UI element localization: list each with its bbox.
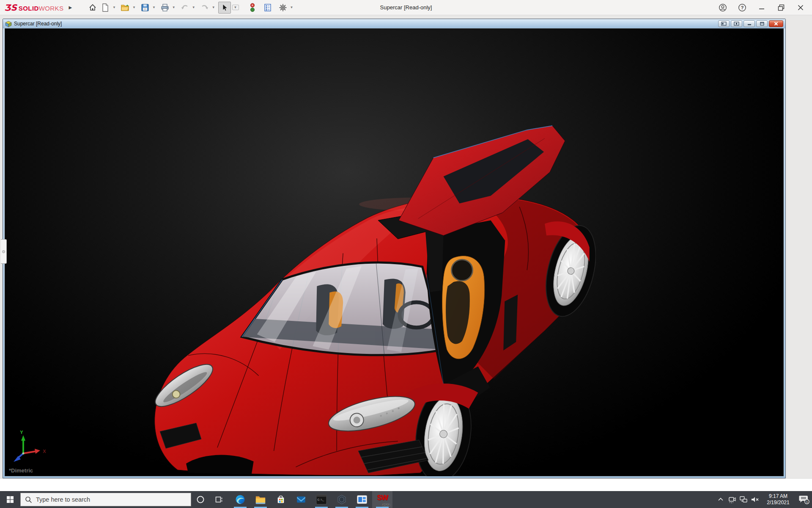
windows-taskbar: C:\_ SW 2021 — [0, 491, 812, 508]
task-view-button[interactable] — [210, 491, 228, 508]
action-center-icon: 1 — [798, 494, 809, 505]
document-close-button[interactable] — [769, 20, 783, 27]
save-floppy-icon — [141, 3, 149, 12]
user-account-icon — [719, 3, 727, 12]
taskbar-app-blue-window[interactable] — [352, 491, 372, 508]
new-document-dropdown[interactable]: ▼ — [112, 6, 116, 9]
brand-name-bold: SOLID — [19, 5, 39, 12]
cortana-icon — [196, 495, 205, 504]
taskbar-clock[interactable]: 9:17 AM 2/19/2021 — [761, 493, 795, 506]
taskbar-app-solidworks[interactable]: SW 2021 — [372, 491, 392, 508]
tab-grip-icon — [2, 250, 5, 253]
status-bar — [0, 478, 812, 491]
task-view-icon — [215, 495, 223, 504]
triad-y-label: Y — [20, 430, 23, 435]
document-close-icon — [774, 22, 779, 26]
save-button[interactable] — [139, 2, 151, 14]
triad-x-label: X — [43, 449, 46, 454]
document-title-bar[interactable]: Supercar [Read-only] — [3, 19, 785, 28]
start-button[interactable] — [0, 491, 20, 508]
windows-logo-icon — [6, 495, 14, 504]
home-icon — [88, 3, 97, 12]
restore-button[interactable] — [776, 2, 787, 13]
taskbar-app-hexagon[interactable] — [332, 491, 352, 508]
open-folder-icon — [121, 3, 130, 12]
select-tool-button[interactable] — [218, 2, 231, 14]
minimize-button[interactable] — [756, 2, 767, 13]
meet-now-camera-icon — [728, 495, 736, 504]
save-dropdown[interactable]: ▼ — [152, 6, 156, 9]
solidworks-app-icon: SW 2021 — [375, 493, 390, 506]
taskbar-app-command-prompt[interactable]: C:\_ — [311, 491, 332, 508]
network-icon — [739, 495, 748, 504]
redo-dropdown[interactable]: ▼ — [212, 6, 215, 9]
document-window: Supercar [Read-only] — [3, 19, 786, 478]
print-dropdown[interactable]: ▼ — [172, 6, 176, 9]
supercar-3d-model[interactable] — [148, 113, 596, 476]
undo-button[interactable] — [178, 2, 191, 14]
meet-now-button[interactable] — [726, 491, 738, 508]
clock-time: 9:17 AM — [761, 493, 795, 500]
chevron-up-icon — [717, 496, 724, 503]
properties-button[interactable] — [261, 2, 274, 14]
file-explorer-icon — [255, 494, 266, 505]
menu-flyout-arrow-icon[interactable]: ▶ — [69, 5, 72, 10]
document-window-controls — [718, 20, 783, 27]
taskbar-app-edge[interactable] — [230, 491, 250, 508]
document-restore-button[interactable] — [756, 20, 768, 27]
taskbar-app-microsoft-store[interactable] — [271, 491, 291, 508]
document-title: Supercar [Read-only] — [14, 21, 62, 27]
graphics-viewport[interactable]: Y X *Dimetric — [5, 28, 784, 476]
action-center-button[interactable]: 1 — [796, 491, 812, 508]
cortana-button[interactable] — [191, 491, 210, 508]
solidworks-icon-year: 2021 — [382, 503, 390, 507]
select-tool-dropdown[interactable]: ▼ — [232, 5, 239, 10]
print-icon — [160, 3, 170, 12]
traffic-light-icon: ✶ — [250, 3, 255, 12]
split-pane-left-button[interactable] — [718, 20, 730, 27]
application-title-bar: ƷS SOLID WORKS ▶ ▼ ▼ — [0, 0, 812, 15]
pane-left-icon — [721, 22, 727, 26]
dassault-logo-icon: ƷS — [4, 3, 17, 13]
open-button[interactable] — [119, 2, 132, 14]
pane-right-icon — [734, 22, 739, 26]
volume-button[interactable] — [749, 491, 760, 508]
mail-icon — [296, 494, 307, 505]
home-button[interactable] — [86, 2, 99, 14]
quick-access-toolbar: ▼ ▼ ▼ ▼ — [86, 2, 296, 14]
select-arrow-icon — [221, 3, 228, 12]
edge-icon — [235, 494, 246, 505]
hexagon-app-icon — [336, 494, 347, 505]
search-input[interactable] — [36, 496, 180, 503]
print-button[interactable] — [159, 2, 171, 14]
open-dropdown[interactable]: ▼ — [132, 6, 136, 9]
options-dropdown[interactable]: ▼ — [290, 6, 294, 9]
feature-manager-collapsed-tab[interactable] — [1, 239, 7, 264]
traffic-light-button[interactable]: ✶ — [246, 2, 259, 14]
close-button[interactable] — [795, 2, 806, 13]
redo-button[interactable] — [198, 2, 211, 14]
microsoft-store-icon — [275, 494, 286, 505]
taskbar-app-mail[interactable] — [291, 491, 311, 508]
taskbar-search[interactable] — [20, 493, 191, 506]
taskbar-app-file-explorer[interactable] — [250, 491, 271, 508]
view-orientation-label: *Dimetric — [9, 467, 33, 474]
options-button[interactable] — [277, 2, 289, 14]
account-button[interactable] — [717, 2, 728, 13]
restore-icon — [778, 4, 785, 11]
notification-badge: 1 — [806, 500, 808, 504]
system-tray: 9:17 AM 2/19/2021 1 — [715, 491, 812, 508]
search-icon — [25, 496, 32, 503]
undo-dropdown[interactable]: ▼ — [192, 6, 195, 9]
new-document-button[interactable] — [99, 2, 112, 14]
document-minimize-button[interactable] — [743, 20, 755, 27]
solidworks-logo: ƷS SOLID WORKS — [4, 3, 63, 13]
tray-overflow-button[interactable] — [715, 491, 726, 508]
help-button[interactable]: ? — [737, 2, 748, 13]
svg-text:✶: ✶ — [251, 4, 254, 7]
split-pane-right-button[interactable] — [731, 20, 742, 27]
network-button[interactable] — [738, 491, 749, 508]
mdi-workspace: Supercar [Read-only] — [0, 15, 812, 478]
taskbar-apps: C:\_ SW 2021 — [230, 491, 392, 508]
reference-triad: Y X — [12, 430, 48, 464]
